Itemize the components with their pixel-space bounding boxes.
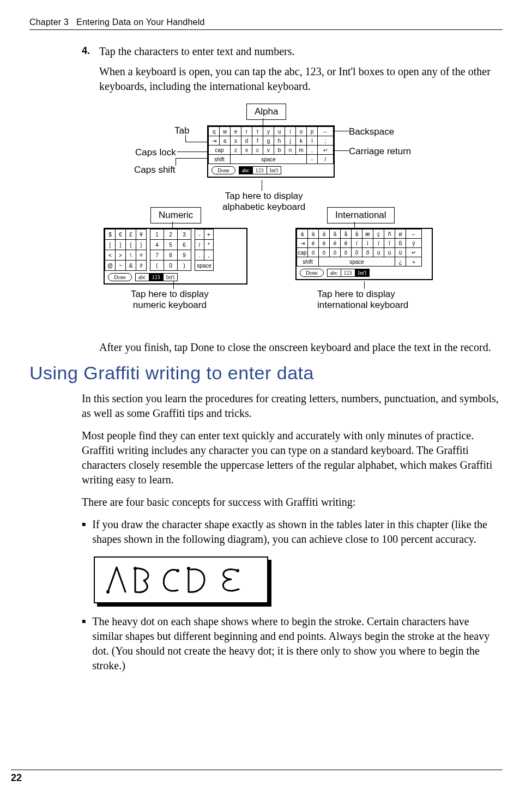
key[interactable]: b [274,146,285,155]
key[interactable]: è [319,239,330,248]
caps-lock-key[interactable]: cap [209,146,231,155]
key[interactable]: ý [406,239,422,248]
key[interactable]: ã [352,229,362,239]
key[interactable]: r [241,127,252,136]
key[interactable]: o [296,127,307,136]
key[interactable]: e [231,127,241,136]
key[interactable]: ü [395,248,406,257]
key[interactable]: î [384,239,395,248]
key[interactable]: d [241,136,252,146]
key[interactable]: ô [341,248,352,257]
toggle-123[interactable]: 123 [341,269,355,276]
backspace-key[interactable]: ← [406,229,422,239]
key[interactable]: f [252,136,263,146]
done-button[interactable]: Done [211,166,235,174]
key[interactable]: w [220,127,231,136]
key[interactable]: 6 [178,240,191,250]
key[interactable]: 0 [164,261,178,271]
shift-key[interactable]: shift [297,257,319,267]
space-key[interactable]: space [319,257,395,267]
key[interactable]: ú [373,248,384,257]
key[interactable]: = [136,250,147,261]
key[interactable]: 3 [178,229,191,240]
key[interactable]: ¥ [136,229,147,240]
key[interactable]: y [263,127,274,136]
tab-key[interactable]: ⇥ [209,136,220,146]
key[interactable]: h [274,136,285,146]
key[interactable]: a [220,136,231,146]
key[interactable]: - [307,155,318,164]
key[interactable]: k [296,136,307,146]
key[interactable]: s [231,136,241,146]
toggle-abc[interactable]: abc [328,269,341,276]
toggle-123[interactable]: 123 [253,167,267,174]
key[interactable]: 5 [164,240,178,250]
key[interactable]: z [231,146,241,155]
key[interactable]: æ [362,229,373,239]
key[interactable]: c [252,146,263,155]
key[interactable]: - [195,229,204,240]
key[interactable]: n [285,146,296,155]
key[interactable]: å [341,229,352,239]
key[interactable]: . [195,250,204,261]
key[interactable]: 1 [150,229,164,240]
key[interactable]: ; [318,136,334,146]
key[interactable]: ] [116,240,126,250]
key[interactable]: £ [126,229,136,240]
key[interactable]: « [406,257,422,267]
key[interactable]: ä [319,229,330,239]
key[interactable]: € [116,229,126,240]
key[interactable]: < [105,250,116,261]
return-key[interactable]: ↵ [406,248,422,257]
shift-key[interactable]: shift [209,155,231,164]
key[interactable]: , [204,250,214,261]
toggle-abc[interactable]: abc [239,167,253,174]
backspace-key[interactable]: ← [318,127,334,136]
key[interactable]: i [285,127,296,136]
key[interactable]: m [296,146,307,155]
key[interactable]: [ [105,240,116,250]
toggle-intl[interactable]: Int'l [267,167,281,174]
key[interactable]: } [136,240,147,250]
key[interactable]: ø [395,229,406,239]
key[interactable]: j [285,136,296,146]
caps-lock-key[interactable]: cap [297,248,308,257]
key[interactable]: ~ [116,261,126,271]
toggle-123[interactable]: 123 [149,274,164,281]
toggle-intl[interactable]: Int'l [355,269,370,276]
key[interactable]: 7 [150,250,164,261]
key[interactable]: v [263,146,274,155]
key[interactable]: 8 [164,250,178,261]
key[interactable]: l [307,136,318,146]
done-button[interactable]: Done [300,269,324,277]
toggle-abc[interactable]: abc [136,274,149,281]
key[interactable]: 2 [164,229,178,240]
key[interactable]: ï [373,239,384,248]
key[interactable]: q [209,127,220,136]
toggle-intl[interactable]: Int'l [164,274,178,281]
key[interactable]: $ [105,229,116,240]
key[interactable]: é [308,239,319,248]
key[interactable]: ( [150,261,164,271]
key[interactable]: ñ [384,229,395,239]
key[interactable]: / [195,240,204,250]
key[interactable]: p [307,127,318,136]
key[interactable]: õ [352,248,362,257]
space-key[interactable]: space [195,261,214,271]
key[interactable]: ) [178,261,191,271]
key[interactable]: ö [330,248,341,257]
key[interactable]: { [126,240,136,250]
key[interactable]: t [252,127,263,136]
key[interactable]: * [204,240,214,250]
key[interactable]: , [307,146,318,155]
key[interactable]: / [318,155,334,164]
return-key[interactable]: ↵ [318,146,334,155]
key[interactable]: @ [105,261,116,271]
key[interactable]: ù [384,248,395,257]
key[interactable]: > [116,250,126,261]
key[interactable]: ç [373,229,384,239]
key[interactable]: + [204,229,214,240]
key[interactable]: á [297,229,308,239]
key[interactable]: ò [319,248,330,257]
key[interactable]: í [352,239,362,248]
